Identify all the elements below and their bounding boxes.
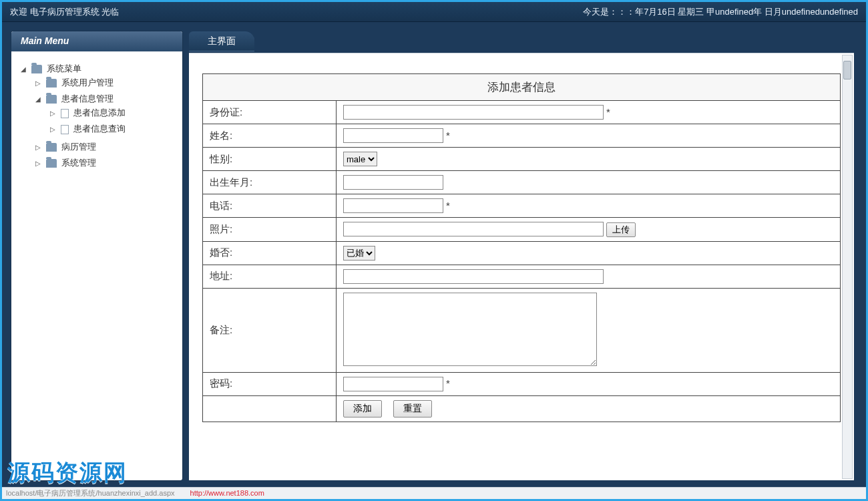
welcome-text: 欢迎 电子病历管理系统 光临 bbox=[10, 6, 119, 18]
chevron-right-icon: ▷ bbox=[35, 79, 42, 87]
id-input[interactable] bbox=[343, 105, 604, 120]
chevron-down-icon: ◢ bbox=[35, 96, 42, 103]
patient-form: 添加患者信息 身份证: * 姓名: * 性别: male 出生年月: bbox=[202, 73, 841, 422]
chevron-right-icon: ▷ bbox=[35, 144, 42, 151]
label-name: 姓名: bbox=[203, 124, 337, 148]
gender-select[interactable]: male bbox=[343, 152, 377, 166]
tree-label: 系统管理 bbox=[61, 158, 96, 168]
tree-item-patient-mgmt[interactable]: ◢ 患者信息管理 ▷ 患者信息添加 bbox=[35, 91, 177, 139]
tree-label: 患者信息查询 bbox=[73, 124, 126, 134]
password-input[interactable] bbox=[343, 377, 443, 391]
label-remark: 备注: bbox=[203, 288, 337, 372]
tree-label: 患者信息管理 bbox=[61, 94, 114, 104]
chevron-right-icon: ▷ bbox=[50, 110, 57, 117]
status-bar: localhost/电子病历管理系统/huanzhexinxi_add.aspx… bbox=[2, 487, 866, 499]
label-id: 身份证: bbox=[203, 101, 337, 124]
required-mark: * bbox=[446, 200, 450, 211]
tab-bar: 主界面 bbox=[189, 31, 854, 53]
folder-icon bbox=[46, 143, 57, 152]
marital-select[interactable]: 已婚 bbox=[343, 246, 375, 261]
label-password: 密码: bbox=[203, 372, 337, 395]
folder-icon bbox=[31, 65, 42, 73]
upload-button[interactable]: 上传 bbox=[606, 222, 636, 237]
chevron-down-icon: ◢ bbox=[21, 65, 27, 73]
required-mark: * bbox=[606, 106, 610, 118]
form-title: 添加患者信息 bbox=[203, 74, 841, 101]
label-address: 地址: bbox=[203, 265, 337, 288]
required-mark: * bbox=[446, 130, 450, 141]
chevron-right-icon: ▷ bbox=[35, 160, 42, 167]
name-input[interactable] bbox=[343, 128, 443, 143]
tree-label: 病历管理 bbox=[61, 142, 96, 152]
tree-root[interactable]: ◢ 系统菜单 ▷ 系统用户管理 ◢ 患 bbox=[21, 61, 177, 173]
scrollbar-thumb[interactable] bbox=[843, 61, 851, 79]
tab-main[interactable]: 主界面 bbox=[189, 31, 254, 51]
today-label: 今天是： bbox=[583, 6, 618, 18]
sidebar-title: Main Menu bbox=[11, 31, 182, 51]
required-mark: * bbox=[446, 377, 450, 389]
submit-button[interactable]: 添加 bbox=[343, 400, 382, 418]
tree-item-user-mgmt[interactable]: ▷ 系统用户管理 bbox=[35, 75, 177, 91]
address-input[interactable] bbox=[343, 269, 604, 284]
file-icon bbox=[61, 109, 69, 118]
tree-item-system-mgmt[interactable]: ▷ 系统管理 bbox=[35, 155, 177, 171]
label-marital: 婚否: bbox=[203, 241, 337, 265]
reset-button[interactable]: 重置 bbox=[393, 400, 432, 418]
tree-root-label: 系统菜单 bbox=[47, 63, 81, 73]
label-birth: 出生年月: bbox=[203, 171, 337, 194]
sidebar: Main Menu ◢ 系统菜单 ▷ 系统用户管理 bbox=[11, 31, 182, 480]
top-bar: 欢迎 电子病历管理系统 光临 今天是： ：：年7月16日 星期三 甲undefi… bbox=[2, 2, 866, 22]
folder-icon bbox=[46, 79, 57, 88]
file-icon bbox=[61, 125, 69, 134]
label-photo: 照片: bbox=[203, 218, 337, 242]
phone-input[interactable] bbox=[343, 198, 443, 213]
photo-input[interactable] bbox=[343, 222, 604, 236]
tree-label: 系统用户管理 bbox=[61, 77, 114, 88]
label-gender: 性别: bbox=[203, 148, 337, 171]
scrollbar[interactable] bbox=[842, 55, 853, 479]
label-phone: 电话: bbox=[203, 194, 337, 218]
today-value: ：：年7月16日 星期三 甲undefined年 日月undefinedunde… bbox=[618, 6, 858, 18]
nav-tree: ◢ 系统菜单 ▷ 系统用户管理 ◢ 患 bbox=[11, 51, 182, 182]
chevron-right-icon: ▷ bbox=[50, 126, 57, 133]
main-panel: 添加患者信息 身份证: * 姓名: * 性别: male 出生年月: bbox=[189, 53, 854, 480]
tree-item-patient-add[interactable]: ▷ 患者信息添加 bbox=[50, 105, 177, 121]
remark-textarea[interactable] bbox=[343, 293, 597, 366]
watermark-logo: 源码资源网 bbox=[7, 458, 128, 488]
tree-item-patient-query[interactable]: ▷ 患者信息查询 bbox=[50, 121, 177, 137]
status-path: localhost/电子病历管理系统/huanzhexinxi_add.aspx bbox=[6, 489, 175, 497]
status-watermark-url: http://www.net188.com bbox=[190, 489, 264, 497]
folder-icon bbox=[46, 159, 57, 168]
folder-icon bbox=[46, 95, 57, 104]
tree-label: 患者信息添加 bbox=[73, 108, 126, 118]
tree-item-record-mgmt[interactable]: ▷ 病历管理 bbox=[35, 139, 177, 155]
birth-input[interactable] bbox=[343, 175, 443, 190]
